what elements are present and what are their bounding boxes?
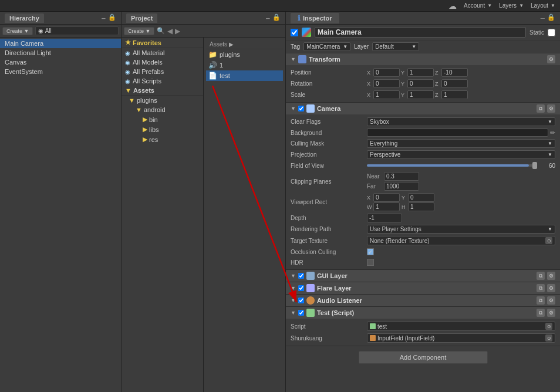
camera-active-checkbox[interactable] [298,106,304,111]
hierarchy-item-directional-light[interactable]: Directional Light [0,48,121,58]
rot-z-input[interactable] [441,79,468,88]
projection-dropdown[interactable]: Perspective ▼ [367,150,555,159]
guilayer-copy-button[interactable]: ⧉ [537,272,545,280]
scale-x-input[interactable] [373,90,400,99]
camera-header[interactable]: ▼ Camera ⧉ ⚙ [286,103,560,114]
fov-slider[interactable] [367,164,537,167]
asset-plugins[interactable]: 📁 plugins [206,49,283,60]
fav-all-material[interactable]: ◉ All Material [122,48,203,58]
audio-active-checkbox[interactable] [298,298,304,303]
tree-item-bin[interactable]: ▶ bin [122,114,203,124]
transform-settings-button[interactable]: ⚙ [547,55,555,63]
clear-flags-dropdown[interactable]: Skybox ▼ [367,117,555,126]
rendering-path-dropdown[interactable]: Use Player Settings ▼ [367,225,555,234]
object-pick-icon[interactable]: ⊙ [545,237,552,244]
occlusion-checkbox[interactable]: ✓ [367,248,374,255]
audio-settings-button[interactable]: ⚙ [547,296,555,305]
layers-menu[interactable]: Layers ▼ [499,2,524,9]
testscript-active-checkbox[interactable] [298,310,304,316]
scale-label: Scale [291,92,367,98]
layout-label: Layout [531,2,548,9]
asset-test-script[interactable]: 📄 test [206,70,283,81]
audio-copy-button[interactable]: ⧉ [537,296,545,305]
target-texture-field[interactable]: None (Render Texture) ⊙ [367,236,555,245]
tree-item-android[interactable]: ▼ android [122,105,203,114]
rot-x-input[interactable] [373,79,400,88]
inputfield-pick-icon[interactable]: ⊙ [545,334,552,342]
pos-y-input[interactable] [407,68,434,77]
tag-dropdown[interactable]: MainCamera ▼ [303,42,350,51]
layout-menu[interactable]: Layout ▼ [531,2,555,9]
guilayer-label: GUI Layer [317,272,534,279]
vp-h-input[interactable] [408,202,434,211]
tree-item-res[interactable]: ▶ res [122,134,203,144]
layer-dropdown[interactable]: Default ▼ [372,42,419,51]
test-script-header[interactable]: ▼ Test (Script) ⧉ ⚙ [286,307,560,319]
h-label: H [402,204,407,210]
fav-all-prefabs[interactable]: ◉ All Prefabs [122,67,203,76]
fav-all-models[interactable]: ◉ All Models [122,58,203,67]
transform-label: Transform [309,56,545,63]
shurukuang-field[interactable]: InputField (InputField) ⊙ [367,333,555,343]
near-input[interactable] [384,172,419,181]
project-nav-back-icon[interactable]: ◀ [167,27,173,35]
assets-folder-icon: ▼ [125,87,131,94]
audio-listener-header[interactable]: ▼ Audio Listener ⧉ ⚙ [286,295,560,306]
inputfield-icon [370,335,376,341]
tree-item-libs[interactable]: ▶ libs [122,124,203,134]
far-input[interactable] [384,182,419,191]
project-tab[interactable]: Project [126,13,157,23]
color-edit-icon[interactable]: ✏ [550,129,555,137]
hierarchy-tab[interactable]: Hierarchy [5,13,44,23]
scale-z-input[interactable] [441,90,468,99]
scale-y-input[interactable] [407,90,434,99]
vp-w-input[interactable] [373,202,400,211]
guilayer-active-checkbox[interactable] [298,273,304,279]
script-label: Script [291,323,367,330]
flarelayer-copy-button[interactable]: ⧉ [537,284,545,292]
assets-label: Assets [133,87,154,94]
rot-y-input[interactable] [407,79,434,88]
project-nav-fwd-icon[interactable]: ▶ [175,27,180,35]
flare-layer-header[interactable]: ▼ Flare Layer ⧉ ⚙ [286,282,560,294]
gui-layer-header[interactable]: ▼ GUI Layer ⧉ ⚙ [286,270,560,282]
testscript-settings-button[interactable]: ⚙ [547,309,555,317]
flarelayer-settings-button[interactable]: ⚙ [547,284,555,292]
script-pick-icon[interactable]: ⊙ [545,323,552,330]
hdr-checkbox[interactable] [367,259,374,266]
script-file-icon: 📄 [208,72,217,80]
project-create-button[interactable]: Create ▼ [124,27,154,35]
object-name-input[interactable] [315,27,526,38]
vp-x-input[interactable] [373,193,400,202]
account-menu[interactable]: Account ▼ [464,2,492,9]
hierarchy-create-button[interactable]: Create ▼ [2,27,33,35]
inspector-body: Static Tag MainCamera ▼ Layer Default ▼ … [286,25,560,392]
depth-input[interactable] [367,214,402,222]
background-color-field[interactable] [367,129,548,137]
add-component-button[interactable]: Add Component [359,351,488,364]
camera-settings-button[interactable]: ⚙ [547,104,555,113]
hierarchy-item-main-camera[interactable]: Main Camera [0,39,121,48]
hierarchy-search-input[interactable] [35,26,119,35]
pos-z-input[interactable] [441,68,468,77]
flarelayer-active-checkbox[interactable] [298,285,304,291]
hierarchy-item-eventsystem[interactable]: EventSystem [0,67,121,76]
static-checkbox[interactable] [548,29,555,36]
vp-y-input[interactable] [408,193,434,202]
fav-all-scripts[interactable]: ◉ All Scripts [122,76,203,86]
camera-copy-button[interactable]: ⧉ [537,104,545,113]
pos-x-input[interactable] [373,68,400,77]
viewport-label: Viewport Rect [291,199,367,205]
inspector-tab[interactable]: ℹ Inspector [291,13,339,23]
tree-item-plugins[interactable]: ▼ plugins [122,96,203,105]
object-active-checkbox[interactable] [291,29,298,36]
transform-header[interactable]: ▼ Transform ⚙ [286,53,560,65]
y-label: Y [401,92,407,98]
culling-mask-dropdown[interactable]: Everything ▼ [367,139,555,148]
x-label: X [367,92,373,98]
hierarchy-item-canvas[interactable]: Canvas [0,58,121,67]
script-field[interactable]: test ⊙ [367,322,555,331]
guilayer-settings-button[interactable]: ⚙ [547,272,555,280]
asset-audio[interactable]: 🔊 1 [206,60,283,70]
testscript-copy-button[interactable]: ⧉ [537,309,545,317]
